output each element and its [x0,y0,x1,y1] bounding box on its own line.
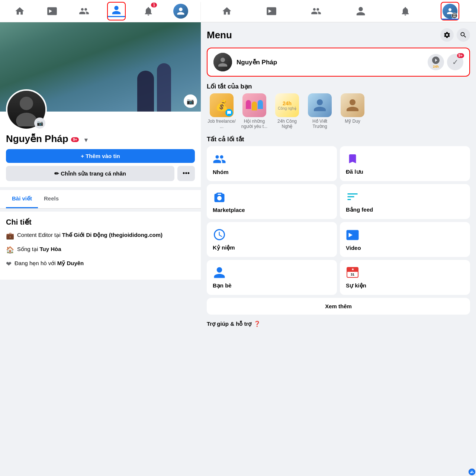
shortcut-icon-hvt [308,93,332,117]
nav-friends-left[interactable] [75,2,93,20]
shortcut-label-my-duy: Mỹ Duy [345,119,360,124]
profile-card-avatar [213,53,232,71]
nav-avatar-right[interactable] [441,2,459,20]
video-menu-label: Video [346,245,464,251]
edit-row: ✏ Chỉnh sửa trang cá nhân ••• [6,166,195,181]
shortcut-icon-my-duy [341,93,364,117]
menu-item-bang-feed[interactable]: Bảng feed [340,184,470,219]
support-question-icon: ❓ [254,321,261,327]
nhom-icon [213,152,226,166]
ky-niem-icon [213,228,226,241]
edit-profile-button[interactable]: ✏ Chỉnh sửa trang cá nhân [6,166,174,181]
tab-bai-viet[interactable]: Bài viết [6,190,38,208]
profile-dropdown-icon[interactable]: ▼ [83,137,89,143]
nav-profile-left[interactable] [107,2,126,20]
chi-tiet-title: Chi tiết [6,218,195,226]
shortcut-job-freelance[interactable]: 💰 Job freelance/ ... [207,93,237,129]
search-button[interactable] [457,28,470,42]
menu-item-video[interactable]: Video [340,222,470,257]
ban-be-label: Bạn bè [213,282,331,289]
menu-item-ban-be[interactable]: Bạn bè [207,260,337,295]
shortcuts-row: 💰 Job freelance/ ... Hội nh [201,92,476,132]
nhom-label: Nhóm [213,169,331,175]
info-work: 💼 Content Editor tại Thế Giới Di Động (t… [6,231,195,241]
support-label: Trợ giúp & hỗ trợ ❓ [201,318,476,330]
work-icon: 💼 [6,231,14,241]
nav-home-right[interactable] [218,2,236,20]
ky-niem-label: Kỷ niệm [213,244,331,251]
left-panel-profile: 📷 📷 Nguyễn Pháp 9+ [0,22,201,476]
shortcut-icon-24h: 24h Công nghệ [275,93,299,117]
avatar-image-right [443,4,457,19]
info-location: 🏠 Sống tại Tuy Hòa [6,245,195,255]
menu-header: Menu [201,22,476,45]
ban-be-icon [213,266,226,279]
settings-button[interactable] [440,28,454,42]
menu-profile-card[interactable]: Nguyễn Pháp 24h ✓ 9+ [207,48,470,77]
profile-avatar-wrap: 📷 [6,89,47,130]
menu-profile-name: Nguyễn Pháp [237,58,423,66]
shortcut-label-24h: 24h Công Nghệ [272,119,302,129]
menu-title: Menu [207,29,232,41]
menu-item-su-kien[interactable]: ★ 31 Sự kiện [340,260,470,295]
menu-grid: Nhóm Đã lưu Marketplace [201,145,476,298]
all-shortcuts-label: Tất cả lối tắt [201,132,476,145]
more-options-button[interactable]: ••• [177,166,195,181]
shortcuts-section-label: Lối tắt của bạn [201,80,476,92]
profile-card-actions: 24h ✓ 9+ [428,54,463,70]
main-content: 📷 📷 Nguyễn Pháp 9+ [0,22,476,476]
su-kien-icon: ★ 31 [346,266,359,279]
shortcut-icon-group [242,93,266,117]
video-menu-icon [346,228,359,242]
svg-point-1 [16,113,37,126]
nav-friends-right[interactable] [307,2,325,20]
info-relationship: ❤ Đang hẹn hò với Mỹ Duyên [6,259,195,269]
profile-name: Nguyễn Pháp 9+ ▼ [6,133,195,145]
svg-point-0 [20,97,33,110]
bang-feed-label: Bảng feed [346,206,464,213]
nav-bell-left[interactable]: 1 [139,2,158,20]
shortcut-group[interactable]: Hội những người yêu t... [239,93,269,129]
menu-item-nhom[interactable]: Nhóm [207,146,337,181]
profile-tabs: Bài viết Reels [0,190,201,209]
menu-item-ky-niem[interactable]: Kỷ niệm [207,222,337,257]
bell-badge: 1 [151,3,157,7]
nav-avatar-left[interactable] [171,2,190,20]
action-check-button[interactable]: ✓ 9+ [447,54,463,70]
shortcut-label-job: Job freelance/ ... [207,119,237,129]
profile-section: 📷 Nguyễn Pháp 9+ ▼ + Thêm vào tin ✏ Chỉn… [0,112,201,190]
nav-left: 1 [0,2,201,20]
profile-badge: 9+ [71,137,79,142]
right-panel-menu: Menu [201,22,476,476]
marketplace-icon [213,190,226,204]
home-icon: 🏠 [6,245,14,255]
shortcut-label-group: Hội những người yêu t... [239,119,269,129]
shortcut-ho-viet-truong[interactable]: Hồ Viết Trường [305,93,335,129]
see-more-button[interactable]: Xem thêm [207,298,470,315]
nav-video-right[interactable] [262,2,281,20]
nav-home-left[interactable] [10,2,29,20]
nav-right [201,2,476,20]
nav-profile-right[interactable] [351,2,370,20]
menu-item-da-luu[interactable]: Đã lưu [340,146,470,181]
menu-header-icons [440,28,470,42]
action-24h-button[interactable]: 24h [428,54,444,70]
add-story-button[interactable]: + Thêm vào tin [6,149,195,163]
heart-icon: ❤ [6,260,12,269]
shortcut-my-duy[interactable]: Mỹ Duy [338,93,367,129]
da-luu-label: Đã lưu [346,168,464,175]
shortcut-label-hvt: Hồ Viết Trường [305,119,335,129]
da-luu-icon [346,152,359,165]
menu-item-marketplace[interactable]: Marketplace [207,184,337,219]
shortcut-24h[interactable]: 24h Công nghệ 24h Công Nghệ [272,93,302,129]
nav-video-left[interactable] [43,2,61,20]
camera-btn-avatar[interactable]: 📷 [34,118,45,129]
active-underline [108,16,125,17]
nav-bell-right[interactable] [396,2,415,20]
su-kien-label: Sự kiện [346,282,464,289]
camera-btn-cover[interactable]: 📷 [184,94,197,108]
profile-info-section: Chi tiết 💼 Content Editor tại Thế Giới D… [0,212,201,280]
top-navigation: 1 [0,0,476,22]
tab-reels[interactable]: Reels [38,190,65,208]
shortcut-icon-job: 💰 [210,93,234,117]
